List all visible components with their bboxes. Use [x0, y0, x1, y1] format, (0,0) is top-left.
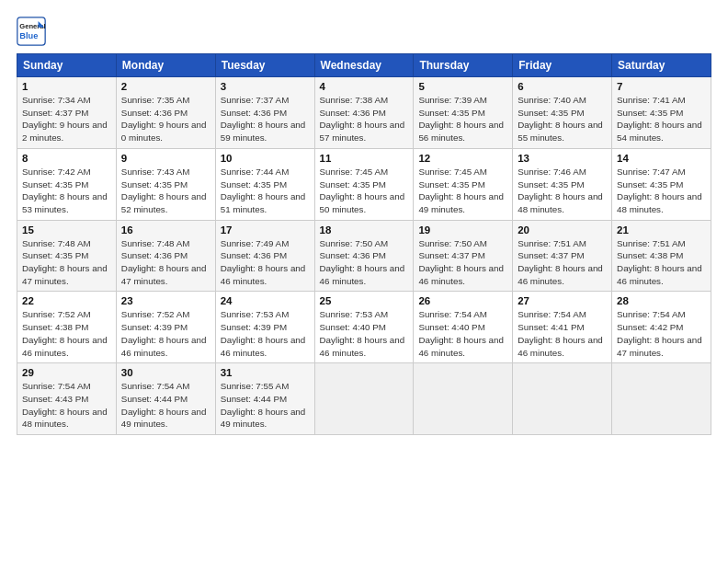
day-info: Sunrise: 7:53 AMSunset: 4:40 PMDaylight:…	[320, 308, 409, 359]
header-sunday: Sunday	[17, 54, 117, 77]
calendar-cell: 16Sunrise: 7:48 AMSunset: 4:36 PMDayligh…	[116, 220, 215, 292]
general-blue-logo-icon: General Blue	[17, 17, 46, 46]
calendar-cell: 3Sunrise: 7:37 AMSunset: 4:36 PMDaylight…	[215, 77, 314, 149]
day-number: 10	[221, 153, 310, 164]
calendar-cell: 30Sunrise: 7:54 AMSunset: 4:44 PMDayligh…	[116, 363, 215, 435]
day-number: 26	[418, 295, 507, 306]
day-info: Sunrise: 7:45 AMSunset: 4:35 PMDaylight:…	[418, 166, 507, 216]
day-number: 14	[617, 153, 706, 164]
day-info: Sunrise: 7:39 AMSunset: 4:35 PMDaylight:…	[418, 94, 507, 144]
calendar-cell	[513, 363, 612, 435]
day-number: 6	[518, 81, 607, 92]
day-number: 5	[418, 81, 507, 92]
calendar-cell: 1Sunrise: 7:34 AMSunset: 4:37 PMDaylight…	[17, 77, 117, 149]
day-number: 1	[22, 81, 111, 92]
day-number: 15	[22, 224, 111, 236]
calendar-cell: 13Sunrise: 7:46 AMSunset: 4:35 PMDayligh…	[513, 148, 612, 220]
day-number: 4	[320, 81, 409, 92]
day-info: Sunrise: 7:54 AMSunset: 4:42 PMDaylight:…	[617, 308, 706, 359]
day-info: Sunrise: 7:48 AMSunset: 4:35 PMDaylight:…	[22, 237, 111, 288]
calendar-cell	[414, 363, 513, 435]
header-thursday: Thursday	[414, 54, 513, 77]
calendar-cell: 19Sunrise: 7:50 AMSunset: 4:37 PMDayligh…	[414, 220, 513, 292]
day-info: Sunrise: 7:41 AMSunset: 4:35 PMDaylight:…	[617, 94, 706, 144]
day-info: Sunrise: 7:52 AMSunset: 4:38 PMDaylight:…	[22, 308, 111, 359]
calendar-cell: 26Sunrise: 7:54 AMSunset: 4:40 PMDayligh…	[414, 292, 513, 363]
day-number: 18	[320, 224, 409, 236]
calendar-cell: 17Sunrise: 7:49 AMSunset: 4:36 PMDayligh…	[215, 220, 314, 292]
day-info: Sunrise: 7:51 AMSunset: 4:37 PMDaylight:…	[518, 237, 607, 288]
day-info: Sunrise: 7:54 AMSunset: 4:43 PMDaylight:…	[22, 380, 111, 431]
day-number: 29	[22, 367, 111, 378]
day-number: 7	[617, 81, 706, 92]
day-number: 9	[121, 153, 210, 164]
header-friday: Friday	[513, 54, 612, 77]
calendar-cell: 10Sunrise: 7:44 AMSunset: 4:35 PMDayligh…	[215, 148, 314, 220]
day-info: Sunrise: 7:46 AMSunset: 4:35 PMDaylight:…	[518, 166, 607, 216]
day-number: 20	[518, 224, 607, 236]
calendar-header-row: SundayMondayTuesdayWednesdayThursdayFrid…	[17, 54, 711, 77]
calendar-cell: 12Sunrise: 7:45 AMSunset: 4:35 PMDayligh…	[414, 148, 513, 220]
calendar-cell: 22Sunrise: 7:52 AMSunset: 4:38 PMDayligh…	[17, 292, 117, 363]
calendar-week-row: 22Sunrise: 7:52 AMSunset: 4:38 PMDayligh…	[17, 292, 711, 363]
calendar-cell: 25Sunrise: 7:53 AMSunset: 4:40 PMDayligh…	[314, 292, 414, 363]
calendar-cell: 14Sunrise: 7:47 AMSunset: 4:35 PMDayligh…	[612, 148, 711, 220]
calendar-cell: 5Sunrise: 7:39 AMSunset: 4:35 PMDaylight…	[414, 77, 513, 149]
header-saturday: Saturday	[612, 54, 711, 77]
day-number: 19	[418, 224, 507, 236]
calendar-cell: 27Sunrise: 7:54 AMSunset: 4:41 PMDayligh…	[513, 292, 612, 363]
day-number: 23	[121, 295, 210, 306]
day-number: 28	[617, 295, 706, 306]
calendar-cell: 23Sunrise: 7:52 AMSunset: 4:39 PMDayligh…	[116, 292, 215, 363]
calendar-cell: 24Sunrise: 7:53 AMSunset: 4:39 PMDayligh…	[215, 292, 314, 363]
day-number: 24	[221, 295, 310, 306]
day-number: 12	[418, 153, 507, 164]
header: General Blue	[17, 17, 711, 46]
calendar-cell: 6Sunrise: 7:40 AMSunset: 4:35 PMDaylight…	[513, 77, 612, 149]
calendar-cell: 8Sunrise: 7:42 AMSunset: 4:35 PMDaylight…	[17, 148, 117, 220]
day-info: Sunrise: 7:49 AMSunset: 4:36 PMDaylight:…	[221, 237, 310, 288]
calendar-cell: 20Sunrise: 7:51 AMSunset: 4:37 PMDayligh…	[513, 220, 612, 292]
day-number: 22	[22, 295, 111, 306]
day-number: 27	[518, 295, 607, 306]
day-number: 2	[121, 81, 210, 92]
day-number: 16	[121, 224, 210, 236]
day-info: Sunrise: 7:34 AMSunset: 4:37 PMDaylight:…	[22, 94, 111, 144]
header-monday: Monday	[116, 54, 215, 77]
calendar-week-row: 29Sunrise: 7:54 AMSunset: 4:43 PMDayligh…	[17, 363, 711, 435]
day-info: Sunrise: 7:40 AMSunset: 4:35 PMDaylight:…	[518, 94, 607, 144]
day-info: Sunrise: 7:47 AMSunset: 4:35 PMDaylight:…	[617, 166, 706, 216]
day-number: 30	[121, 367, 210, 378]
calendar-table: SundayMondayTuesdayWednesdayThursdayFrid…	[17, 53, 711, 435]
day-info: Sunrise: 7:48 AMSunset: 4:36 PMDaylight:…	[121, 237, 210, 288]
calendar-cell: 18Sunrise: 7:50 AMSunset: 4:36 PMDayligh…	[314, 220, 414, 292]
day-number: 17	[221, 224, 310, 236]
day-info: Sunrise: 7:44 AMSunset: 4:35 PMDaylight:…	[221, 166, 310, 216]
day-number: 21	[617, 224, 706, 236]
calendar-cell: 28Sunrise: 7:54 AMSunset: 4:42 PMDayligh…	[612, 292, 711, 363]
day-number: 31	[221, 367, 310, 378]
day-info: Sunrise: 7:54 AMSunset: 4:44 PMDaylight:…	[121, 380, 210, 431]
day-number: 3	[221, 81, 310, 92]
calendar-cell: 4Sunrise: 7:38 AMSunset: 4:36 PMDaylight…	[314, 77, 414, 149]
day-info: Sunrise: 7:37 AMSunset: 4:36 PMDaylight:…	[221, 94, 310, 144]
header-tuesday: Tuesday	[215, 54, 314, 77]
calendar-week-row: 1Sunrise: 7:34 AMSunset: 4:37 PMDaylight…	[17, 77, 711, 149]
day-info: Sunrise: 7:55 AMSunset: 4:44 PMDaylight:…	[221, 380, 310, 431]
day-number: 25	[320, 295, 409, 306]
day-number: 8	[22, 153, 111, 164]
day-info: Sunrise: 7:38 AMSunset: 4:36 PMDaylight:…	[320, 94, 409, 144]
day-info: Sunrise: 7:54 AMSunset: 4:40 PMDaylight:…	[418, 308, 507, 359]
day-info: Sunrise: 7:50 AMSunset: 4:37 PMDaylight:…	[418, 237, 507, 288]
calendar-cell: 21Sunrise: 7:51 AMSunset: 4:38 PMDayligh…	[612, 220, 711, 292]
day-info: Sunrise: 7:43 AMSunset: 4:35 PMDaylight:…	[121, 166, 210, 216]
page: General Blue SundayMondayTuesdayWednesda…	[0, 0, 728, 563]
calendar-week-row: 15Sunrise: 7:48 AMSunset: 4:35 PMDayligh…	[17, 220, 711, 292]
calendar-cell: 9Sunrise: 7:43 AMSunset: 4:35 PMDaylight…	[116, 148, 215, 220]
day-info: Sunrise: 7:52 AMSunset: 4:39 PMDaylight:…	[121, 308, 210, 359]
header-wednesday: Wednesday	[314, 54, 414, 77]
svg-text:Blue: Blue	[19, 31, 38, 40]
calendar-cell: 29Sunrise: 7:54 AMSunset: 4:43 PMDayligh…	[17, 363, 117, 435]
day-info: Sunrise: 7:53 AMSunset: 4:39 PMDaylight:…	[221, 308, 310, 359]
calendar-cell	[314, 363, 414, 435]
